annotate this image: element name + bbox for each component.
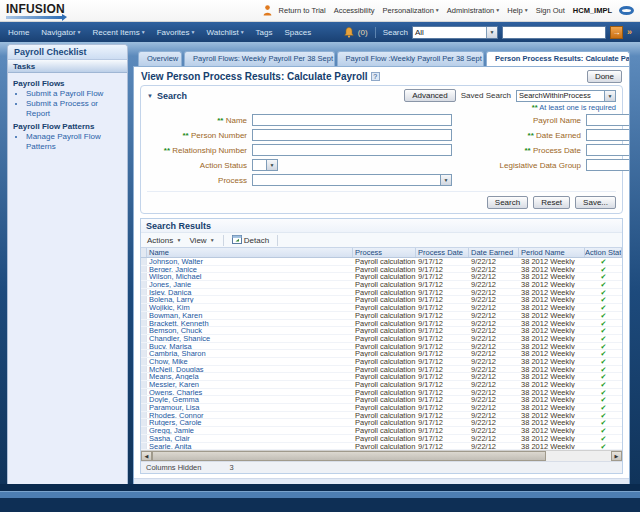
person-name-link[interactable]: Isley, Danica [147,289,353,296]
topbar-link[interactable]: Accessibility [334,6,376,15]
help-icon[interactable]: ? [371,72,380,81]
person-name-link[interactable]: Brackett, Kenneth [147,320,353,327]
table-row[interactable]: Jones, Janie Payroll calculation 9/17/12… [141,281,622,289]
advanced-button[interactable]: Advanced [404,89,456,102]
person-name-link[interactable]: Means, Angela [147,373,353,380]
link-submit-payroll-flow[interactable]: Submit a Payroll Flow [26,89,124,99]
menu-item[interactable]: Watchlist▼ [207,28,245,37]
save-button[interactable]: Save... [575,196,616,209]
topbar-link[interactable]: Personalization▼ [383,6,440,15]
search-scope-select[interactable]: All ▼ [412,26,498,39]
topbar-link[interactable]: Sign Out [536,6,566,15]
person-name-link[interactable]: McNeil, Douglas [147,366,353,373]
person-name-link[interactable]: Cambria, Sharon [147,350,353,357]
table-row[interactable]: Chandler, Shanice Payroll calculation 9/… [141,335,622,343]
menu-item[interactable]: Home [8,28,30,37]
table-row[interactable]: Bolena, Larry Payroll calculation 9/17/1… [141,296,622,304]
table-row[interactable]: Berger, Janice Payroll calculation 9/17/… [141,266,622,274]
table-row[interactable]: Brackett, Kenneth Payroll calculation 9/… [141,320,622,328]
scrollbar-thumb[interactable] [152,451,546,461]
person-name-link[interactable]: Rhodes, Connor [147,412,353,419]
column-header-process-date[interactable]: Process Date [416,248,469,257]
table-row[interactable]: Owens, Charles Payroll calculation 9/17/… [141,389,622,397]
saved-search-select[interactable]: SearchWithinProcess ▼ [516,90,616,102]
table-row[interactable]: Bemson, Chuck Payroll calculation 9/17/1… [141,327,622,335]
table-row[interactable]: Searle, Anita Payroll calculation 9/17/1… [141,443,622,451]
view-menu-button[interactable]: View ▼ [189,236,214,245]
relationship-number-input[interactable] [252,144,452,156]
menu-item[interactable]: Spaces [285,28,313,37]
person-name-link[interactable]: Gregg, Jamie [147,427,353,434]
name-input[interactable] [252,114,452,126]
table-row[interactable]: McNeil, Douglas Payroll calculation 9/17… [141,366,622,374]
person-name-link[interactable]: Berger, Janice [147,266,353,273]
scroll-left-button[interactable]: ◀ [141,451,152,461]
table-row[interactable]: Messier, Karen Payroll calculation 9/17/… [141,381,622,389]
scrollbar-track[interactable] [546,451,611,461]
table-row[interactable]: Paramour, Lisa Payroll calculation 9/17/… [141,404,622,412]
menu-item[interactable]: Navigator▼ [41,28,81,37]
table-row[interactable]: Means, Angela Payroll calculation 9/17/1… [141,373,622,381]
process-date-input[interactable] [586,144,630,156]
tab-person-process-results[interactable]: Person Process Results: Calculate Payrol… [486,51,630,66]
collapse-icon[interactable]: ▼ [147,93,153,99]
action-status-select[interactable]: ▼ [252,159,278,171]
date-earned-input[interactable] [586,129,630,141]
search-button[interactable]: Search [487,196,528,209]
process-select[interactable]: ▼ [252,174,452,186]
tab-payroll-flows[interactable]: Payroll Flows: Weekly Payroll Per 38 Sep… [184,51,335,66]
person-name-link[interactable]: Searle, Anita [147,443,353,450]
person-name-link[interactable]: Owens, Charles [147,389,353,396]
person-name-link[interactable]: Messier, Karen [147,381,353,388]
link-submit-process-or-report[interactable]: Submit a Process or Report [26,99,124,119]
topbar-link[interactable]: Return to Trial [279,6,327,15]
topbar-link[interactable]: Administration▼ [447,6,500,15]
menu-item[interactable]: Recent Items▼ [93,28,146,37]
scroll-right-button[interactable]: ▶ [611,451,622,461]
person-name-link[interactable]: Bolena, Larry [147,296,353,303]
tab-overview[interactable]: Overview [138,51,182,66]
detach-button[interactable]: Detach [232,235,269,245]
table-row[interactable]: Bowman, Karen Payroll calculation 9/17/1… [141,312,622,320]
person-name-link[interactable]: Johnson, Walter [147,258,353,265]
search-go-button[interactable]: → [610,26,623,39]
reset-button[interactable]: Reset [533,196,570,209]
table-row[interactable]: Gregg, Jamie Payroll calculation 9/17/12… [141,427,622,435]
legislative-data-group-select[interactable]: ▼ [586,159,630,171]
table-row[interactable]: Johnson, Walter Payroll calculation 9/17… [141,258,622,266]
column-header-period-name[interactable]: Period Name [519,248,585,257]
person-name-link[interactable]: Paramour, Lisa [147,404,353,411]
notifications-bell-icon[interactable] [344,27,354,38]
link-manage-payroll-flow-patterns[interactable]: Manage Payroll Flow Patterns [26,132,124,152]
person-name-link[interactable]: Chandler, Shanice [147,335,353,342]
table-row[interactable]: Sasha, Clair Payroll calculation 9/17/12… [141,435,622,443]
payroll-name-select[interactable]: ▼ [586,114,630,126]
column-header-action-status[interactable]: Action Stat [585,248,622,257]
person-name-link[interactable]: Rutgers, Carole [147,419,353,426]
menu-item[interactable]: Tags [256,28,274,37]
table-row[interactable]: Chow, Mike Payroll calculation 9/17/12 9… [141,358,622,366]
table-row[interactable]: Doyle, Gemma Payroll calculation 9/17/12… [141,396,622,404]
table-row[interactable]: Rhodes, Connor Payroll calculation 9/17/… [141,412,622,420]
tasks-section-header[interactable]: Tasks [8,60,127,73]
tab-payroll-flow[interactable]: Payroll Flow :Weekly Payroll Per 38 Sept… [337,51,484,66]
table-row[interactable]: Wilson, Michael Payroll calculation 9/17… [141,273,622,281]
person-name-link[interactable]: Bemson, Chuck [147,327,353,334]
menu-item[interactable]: Favorites▼ [157,28,196,37]
column-header-name[interactable]: Name [147,248,353,257]
person-name-link[interactable]: Bowman, Karen [147,312,353,319]
person-name-link[interactable]: Wojikic, Kim [147,304,353,311]
column-header-date-earned[interactable]: Date Earned [469,248,519,257]
table-row[interactable]: Wojikic, Kim Payroll calculation 9/17/12… [141,304,622,312]
horizontal-scrollbar[interactable]: ◀ ▶ [141,450,622,461]
actions-menu-button[interactable]: Actions ▼ [147,236,181,245]
global-search-input[interactable] [502,26,606,39]
person-number-input[interactable] [252,129,452,141]
person-name-link[interactable]: Chow, Mike [147,358,353,365]
person-name-link[interactable]: Wilson, Michael [147,273,353,280]
table-row[interactable]: Cambria, Sharon Payroll calculation 9/17… [141,350,622,358]
column-header-process[interactable]: Process [353,248,416,257]
advanced-search-icon[interactable]: » [627,27,632,37]
person-name-link[interactable]: Doyle, Gemma [147,396,353,403]
done-button[interactable]: Done [587,70,622,83]
